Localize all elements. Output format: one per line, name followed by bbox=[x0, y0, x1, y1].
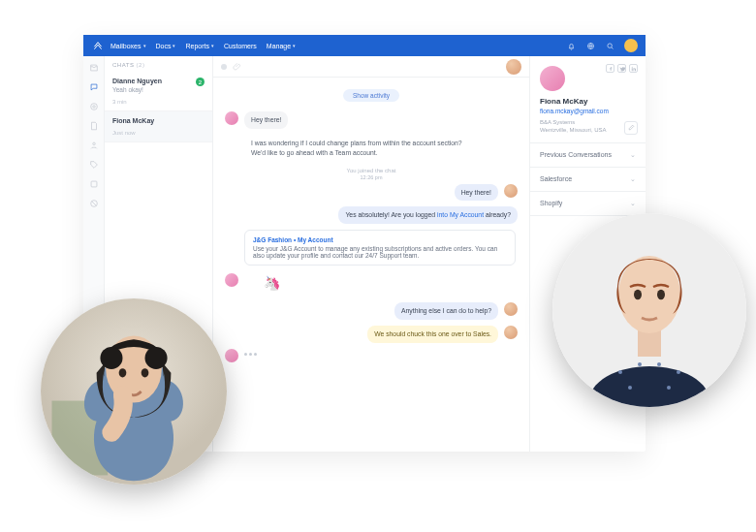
conv-time: 3 min bbox=[112, 99, 205, 105]
svg-rect-5 bbox=[91, 181, 97, 187]
nav-mailboxes[interactable]: Mailboxes▾ bbox=[110, 43, 146, 49]
nav-label: Docs bbox=[156, 43, 172, 49]
caller-portrait-left bbox=[41, 298, 227, 485]
link-preview-card[interactable]: J&G Fashion • My Account Use your J&G Ac… bbox=[244, 230, 516, 266]
conv-name: Fiona McKay bbox=[112, 117, 205, 124]
chevron-down-icon: ▾ bbox=[211, 43, 214, 48]
rail-inbox-icon[interactable] bbox=[88, 62, 100, 74]
svg-point-18 bbox=[638, 362, 642, 366]
top-nav: Mailboxes▾ Docs▾ Reports▾ Customers Mana… bbox=[83, 35, 646, 56]
nav-label: Manage bbox=[267, 43, 291, 49]
rail-spam-icon[interactable] bbox=[88, 198, 100, 209]
unread-badge: 2 bbox=[196, 78, 205, 86]
conv-name: Dianne Nguyen bbox=[112, 78, 205, 84]
svg-point-4 bbox=[92, 142, 95, 145]
chat-panel: Show activity Hey there! I was wondering… bbox=[213, 56, 529, 452]
social-links bbox=[606, 64, 638, 73]
svg-point-14 bbox=[119, 368, 127, 377]
msg-incoming: I was wondering if I could change plans … bbox=[244, 135, 469, 162]
svg-point-20 bbox=[677, 370, 680, 374]
svg-point-19 bbox=[657, 362, 661, 366]
svg-point-13 bbox=[145, 347, 168, 369]
msg-outgoing: Anything else I can do to help? bbox=[394, 302, 498, 320]
nav-docs[interactable]: Docs▾ bbox=[156, 43, 176, 49]
svg-point-12 bbox=[100, 347, 122, 369]
assigned-agent-avatar[interactable] bbox=[506, 59, 521, 75]
current-user-avatar[interactable] bbox=[624, 39, 638, 52]
rail-drafts-icon[interactable] bbox=[88, 120, 100, 132]
twitter-icon[interactable] bbox=[617, 64, 626, 73]
svg-rect-7 bbox=[631, 68, 632, 71]
nav-label: Mailboxes bbox=[110, 43, 142, 49]
nav-customers[interactable]: Customers bbox=[224, 43, 257, 49]
nav-label: Reports bbox=[185, 43, 209, 49]
card-body: Use your J&G Account to manage any exist… bbox=[253, 245, 507, 259]
globe-icon[interactable] bbox=[583, 39, 597, 52]
nav-label: Customers bbox=[224, 43, 257, 49]
svg-point-15 bbox=[142, 368, 149, 377]
svg-point-3 bbox=[92, 106, 95, 109]
svg-point-24 bbox=[618, 256, 680, 333]
msg-outgoing: Yes absolutely! Are you logged into My A… bbox=[338, 206, 518, 224]
svg-point-26 bbox=[657, 290, 665, 299]
svg-point-25 bbox=[634, 290, 642, 299]
rail-assigned-icon[interactable] bbox=[88, 140, 100, 151]
svg-point-8 bbox=[631, 66, 632, 67]
customer-avatar bbox=[225, 111, 238, 125]
nav-reports[interactable]: Reports▾ bbox=[185, 43, 214, 49]
facebook-icon[interactable] bbox=[606, 64, 614, 73]
svg-point-2 bbox=[90, 104, 97, 110]
chat-toolbar bbox=[213, 56, 529, 78]
internal-note: We should chuck this one over to Sales. bbox=[367, 326, 498, 343]
accordion-salesforce[interactable]: Salesforce⌄ bbox=[530, 168, 646, 192]
card-title: J&G Fashion • My Account bbox=[253, 236, 507, 243]
edit-profile-button[interactable] bbox=[624, 121, 638, 135]
agent-avatar bbox=[504, 184, 518, 198]
chat-transcript: Show activity Hey there! I was wondering… bbox=[213, 78, 529, 452]
msg-incoming: Hey there! bbox=[244, 111, 288, 129]
linkedin-icon[interactable] bbox=[629, 64, 638, 73]
agent-avatar bbox=[504, 302, 518, 316]
customer-meta: B&A SystemsWentzville, Missouri, USA bbox=[540, 118, 636, 135]
accordion-previous-conversations[interactable]: Previous Conversations⌄ bbox=[530, 143, 646, 168]
conversation-item[interactable]: Fiona McKay Just now bbox=[105, 111, 212, 142]
rail-chat-icon[interactable] bbox=[88, 81, 100, 93]
customer-avatar-large bbox=[540, 66, 565, 91]
chevron-down-icon: ▾ bbox=[293, 43, 296, 48]
attachment-icon[interactable] bbox=[233, 62, 242, 72]
msg-outgoing: Hey there! bbox=[455, 184, 498, 202]
chevron-down-icon: ⌄ bbox=[630, 151, 636, 159]
rail-mentions-icon[interactable] bbox=[88, 101, 100, 112]
customer-profile: Fiona McKay fiona.mckay@gmail.com B&A Sy… bbox=[530, 56, 646, 143]
search-icon[interactable] bbox=[603, 39, 616, 52]
caller-portrait-right bbox=[552, 213, 746, 407]
rail-closed-icon[interactable] bbox=[88, 178, 100, 190]
svg-point-21 bbox=[628, 386, 632, 390]
notifications-icon[interactable] bbox=[564, 39, 578, 52]
timestamp: 12:26 pm bbox=[225, 174, 518, 180]
convlist-header: CHATS (2) bbox=[105, 56, 212, 72]
accordion-shopify[interactable]: Shopify⌄ bbox=[530, 192, 646, 216]
svg-point-1 bbox=[607, 43, 612, 47]
conversation-item[interactable]: Dianne Nguyen Yeah okay! 3 min 2 bbox=[105, 72, 212, 111]
nav-manage[interactable]: Manage▾ bbox=[267, 43, 296, 49]
rail-tags-icon[interactable] bbox=[88, 159, 100, 171]
show-activity-button[interactable]: Show activity bbox=[343, 89, 399, 102]
chevron-down-icon: ▾ bbox=[143, 43, 146, 48]
svg-point-17 bbox=[618, 370, 622, 374]
conv-time: Just now bbox=[112, 130, 205, 136]
chevron-down-icon: ⌄ bbox=[630, 200, 636, 207]
customer-email[interactable]: fiona.mckay@gmail.com bbox=[540, 108, 636, 114]
system-event: You joined the chat12:26 pm bbox=[225, 168, 518, 180]
status-dot bbox=[221, 64, 227, 70]
customer-avatar bbox=[225, 349, 238, 362]
chevron-down-icon: ⌄ bbox=[630, 175, 636, 183]
customer-avatar bbox=[225, 273, 238, 287]
unicorn-emoji: 🦄 bbox=[264, 275, 280, 291]
agent-avatar bbox=[504, 326, 518, 339]
conv-preview: Yeah okay! bbox=[112, 86, 205, 93]
inline-link[interactable]: into My Account bbox=[437, 211, 484, 218]
brand-logo[interactable] bbox=[91, 39, 105, 52]
svg-point-22 bbox=[667, 386, 671, 390]
chevron-down-icon: ▾ bbox=[173, 43, 175, 48]
